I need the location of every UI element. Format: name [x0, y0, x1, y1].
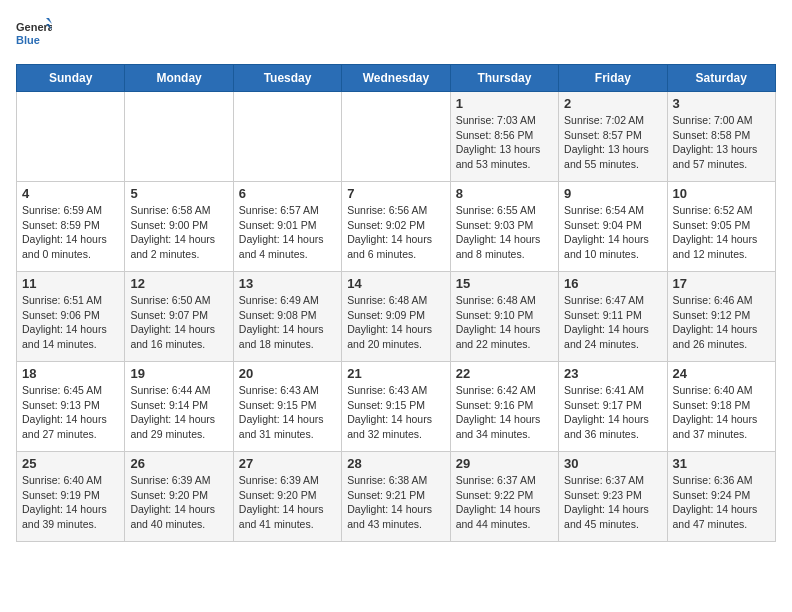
day-info: Sunrise: 6:43 AM Sunset: 9:15 PM Dayligh… [347, 383, 444, 442]
day-info: Sunrise: 6:50 AM Sunset: 9:07 PM Dayligh… [130, 293, 227, 352]
day-number: 12 [130, 276, 227, 291]
day-cell: 24Sunrise: 6:40 AM Sunset: 9:18 PM Dayli… [667, 362, 775, 452]
day-info: Sunrise: 7:03 AM Sunset: 8:56 PM Dayligh… [456, 113, 553, 172]
day-cell: 29Sunrise: 6:37 AM Sunset: 9:22 PM Dayli… [450, 452, 558, 542]
day-info: Sunrise: 6:42 AM Sunset: 9:16 PM Dayligh… [456, 383, 553, 442]
day-number: 29 [456, 456, 553, 471]
header-sunday: Sunday [17, 65, 125, 92]
day-info: Sunrise: 6:40 AM Sunset: 9:18 PM Dayligh… [673, 383, 770, 442]
day-cell: 1Sunrise: 7:03 AM Sunset: 8:56 PM Daylig… [450, 92, 558, 182]
week-row-5: 25Sunrise: 6:40 AM Sunset: 9:19 PM Dayli… [17, 452, 776, 542]
day-info: Sunrise: 6:51 AM Sunset: 9:06 PM Dayligh… [22, 293, 119, 352]
week-row-1: 1Sunrise: 7:03 AM Sunset: 8:56 PM Daylig… [17, 92, 776, 182]
day-number: 2 [564, 96, 661, 111]
day-cell [125, 92, 233, 182]
day-cell: 19Sunrise: 6:44 AM Sunset: 9:14 PM Dayli… [125, 362, 233, 452]
day-cell [17, 92, 125, 182]
day-number: 3 [673, 96, 770, 111]
day-cell: 12Sunrise: 6:50 AM Sunset: 9:07 PM Dayli… [125, 272, 233, 362]
day-number: 4 [22, 186, 119, 201]
day-number: 14 [347, 276, 444, 291]
day-cell [342, 92, 450, 182]
day-info: Sunrise: 7:02 AM Sunset: 8:57 PM Dayligh… [564, 113, 661, 172]
page-header: General Blue [16, 16, 776, 52]
day-number: 30 [564, 456, 661, 471]
day-cell: 11Sunrise: 6:51 AM Sunset: 9:06 PM Dayli… [17, 272, 125, 362]
day-cell: 4Sunrise: 6:59 AM Sunset: 8:59 PM Daylig… [17, 182, 125, 272]
day-info: Sunrise: 6:38 AM Sunset: 9:21 PM Dayligh… [347, 473, 444, 532]
day-info: Sunrise: 6:41 AM Sunset: 9:17 PM Dayligh… [564, 383, 661, 442]
day-number: 7 [347, 186, 444, 201]
day-cell: 5Sunrise: 6:58 AM Sunset: 9:00 PM Daylig… [125, 182, 233, 272]
day-info: Sunrise: 6:43 AM Sunset: 9:15 PM Dayligh… [239, 383, 336, 442]
header-wednesday: Wednesday [342, 65, 450, 92]
day-cell: 22Sunrise: 6:42 AM Sunset: 9:16 PM Dayli… [450, 362, 558, 452]
day-number: 10 [673, 186, 770, 201]
header-thursday: Thursday [450, 65, 558, 92]
day-number: 28 [347, 456, 444, 471]
day-number: 23 [564, 366, 661, 381]
day-info: Sunrise: 6:48 AM Sunset: 9:10 PM Dayligh… [456, 293, 553, 352]
day-cell: 23Sunrise: 6:41 AM Sunset: 9:17 PM Dayli… [559, 362, 667, 452]
logo-svg: General Blue [16, 16, 52, 52]
day-info: Sunrise: 6:56 AM Sunset: 9:02 PM Dayligh… [347, 203, 444, 262]
day-cell: 31Sunrise: 6:36 AM Sunset: 9:24 PM Dayli… [667, 452, 775, 542]
day-cell: 30Sunrise: 6:37 AM Sunset: 9:23 PM Dayli… [559, 452, 667, 542]
day-info: Sunrise: 6:57 AM Sunset: 9:01 PM Dayligh… [239, 203, 336, 262]
day-info: Sunrise: 6:45 AM Sunset: 9:13 PM Dayligh… [22, 383, 119, 442]
week-row-3: 11Sunrise: 6:51 AM Sunset: 9:06 PM Dayli… [17, 272, 776, 362]
svg-text:Blue: Blue [16, 34, 40, 46]
day-number: 26 [130, 456, 227, 471]
day-info: Sunrise: 6:37 AM Sunset: 9:23 PM Dayligh… [564, 473, 661, 532]
day-number: 5 [130, 186, 227, 201]
day-cell: 26Sunrise: 6:39 AM Sunset: 9:20 PM Dayli… [125, 452, 233, 542]
header-monday: Monday [125, 65, 233, 92]
day-number: 8 [456, 186, 553, 201]
header-friday: Friday [559, 65, 667, 92]
day-cell: 18Sunrise: 6:45 AM Sunset: 9:13 PM Dayli… [17, 362, 125, 452]
day-cell: 3Sunrise: 7:00 AM Sunset: 8:58 PM Daylig… [667, 92, 775, 182]
day-number: 21 [347, 366, 444, 381]
day-number: 16 [564, 276, 661, 291]
day-info: Sunrise: 6:55 AM Sunset: 9:03 PM Dayligh… [456, 203, 553, 262]
day-cell: 13Sunrise: 6:49 AM Sunset: 9:08 PM Dayli… [233, 272, 341, 362]
day-cell: 14Sunrise: 6:48 AM Sunset: 9:09 PM Dayli… [342, 272, 450, 362]
day-info: Sunrise: 6:54 AM Sunset: 9:04 PM Dayligh… [564, 203, 661, 262]
day-info: Sunrise: 7:00 AM Sunset: 8:58 PM Dayligh… [673, 113, 770, 172]
day-number: 20 [239, 366, 336, 381]
day-info: Sunrise: 6:39 AM Sunset: 9:20 PM Dayligh… [239, 473, 336, 532]
day-number: 17 [673, 276, 770, 291]
day-info: Sunrise: 6:36 AM Sunset: 9:24 PM Dayligh… [673, 473, 770, 532]
day-cell: 8Sunrise: 6:55 AM Sunset: 9:03 PM Daylig… [450, 182, 558, 272]
day-number: 9 [564, 186, 661, 201]
day-number: 22 [456, 366, 553, 381]
day-cell: 15Sunrise: 6:48 AM Sunset: 9:10 PM Dayli… [450, 272, 558, 362]
day-info: Sunrise: 6:44 AM Sunset: 9:14 PM Dayligh… [130, 383, 227, 442]
day-number: 27 [239, 456, 336, 471]
day-number: 15 [456, 276, 553, 291]
day-number: 13 [239, 276, 336, 291]
day-number: 25 [22, 456, 119, 471]
day-number: 11 [22, 276, 119, 291]
day-info: Sunrise: 6:39 AM Sunset: 9:20 PM Dayligh… [130, 473, 227, 532]
day-info: Sunrise: 6:46 AM Sunset: 9:12 PM Dayligh… [673, 293, 770, 352]
logo: General Blue [16, 16, 52, 52]
day-number: 6 [239, 186, 336, 201]
header-tuesday: Tuesday [233, 65, 341, 92]
day-info: Sunrise: 6:47 AM Sunset: 9:11 PM Dayligh… [564, 293, 661, 352]
day-cell: 16Sunrise: 6:47 AM Sunset: 9:11 PM Dayli… [559, 272, 667, 362]
day-cell [233, 92, 341, 182]
day-cell: 25Sunrise: 6:40 AM Sunset: 9:19 PM Dayli… [17, 452, 125, 542]
day-info: Sunrise: 6:49 AM Sunset: 9:08 PM Dayligh… [239, 293, 336, 352]
day-cell: 9Sunrise: 6:54 AM Sunset: 9:04 PM Daylig… [559, 182, 667, 272]
day-cell: 2Sunrise: 7:02 AM Sunset: 8:57 PM Daylig… [559, 92, 667, 182]
day-info: Sunrise: 6:48 AM Sunset: 9:09 PM Dayligh… [347, 293, 444, 352]
day-info: Sunrise: 6:40 AM Sunset: 9:19 PM Dayligh… [22, 473, 119, 532]
week-row-2: 4Sunrise: 6:59 AM Sunset: 8:59 PM Daylig… [17, 182, 776, 272]
day-info: Sunrise: 6:37 AM Sunset: 9:22 PM Dayligh… [456, 473, 553, 532]
svg-text:General: General [16, 21, 52, 33]
day-cell: 17Sunrise: 6:46 AM Sunset: 9:12 PM Dayli… [667, 272, 775, 362]
day-number: 1 [456, 96, 553, 111]
day-info: Sunrise: 6:59 AM Sunset: 8:59 PM Dayligh… [22, 203, 119, 262]
day-cell: 28Sunrise: 6:38 AM Sunset: 9:21 PM Dayli… [342, 452, 450, 542]
